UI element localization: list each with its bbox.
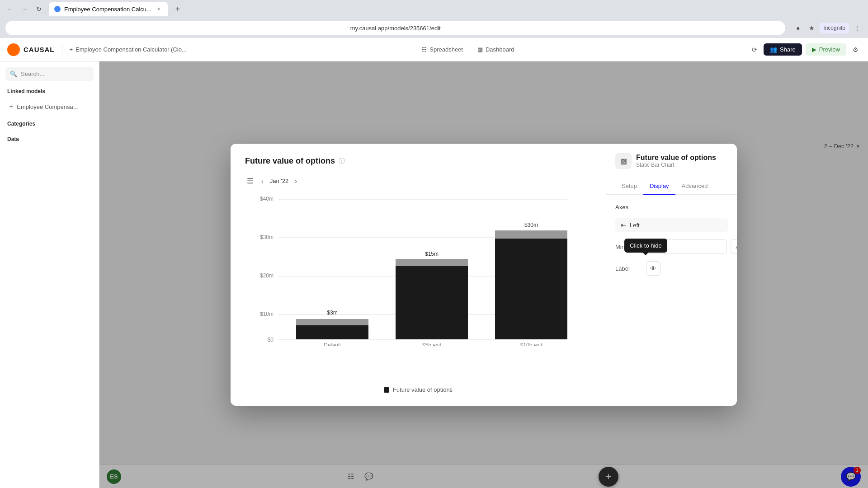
plus-icon: + [9, 103, 13, 111]
profile-icon[interactable]: Incognito [820, 23, 849, 33]
panel-title-area: Future value of options Static Bar Chart [636, 154, 716, 168]
bar-10b[interactable] [495, 238, 567, 339]
axis-left-icon: ⇤ [621, 221, 626, 229]
sidebar-item-employee[interactable]: + Employee Compensa... [5, 100, 94, 113]
min-max-row: Min/Max [615, 239, 728, 254]
canvas-area: 2 – Dec '22 ▼ Future value of options ⓘ … [99, 61, 868, 488]
legend-color [384, 387, 389, 393]
header-divider [62, 44, 62, 55]
axis-row: ⇤ Left [615, 218, 728, 232]
chart-prev-button[interactable]: ‹ [259, 176, 266, 187]
chart-panel: Future value of options ⓘ ☰ ‹ Jan '22 › [231, 144, 606, 406]
back-button[interactable]: ← [4, 3, 16, 15]
tab-title: Employee Compensation Calcu... [64, 6, 151, 13]
search-placeholder: Search... [21, 70, 44, 77]
chart-title-row: Future value of options ⓘ [245, 156, 591, 166]
right-panel: ▩ Future value of options Static Bar Cha… [606, 144, 737, 406]
spreadsheet-button[interactable]: ☷ Spreadsheet [416, 43, 468, 56]
plus-icon: + [70, 46, 73, 53]
panel-icon-row: ▩ Future value of options Static Bar Cha… [615, 153, 728, 169]
svg-text:$0: $0 [268, 337, 274, 343]
modal-overlay: Future value of options ⓘ ☰ ‹ Jan '22 › [99, 61, 868, 488]
tab-close-button[interactable]: × [155, 5, 162, 13]
tab-advanced[interactable]: Advanced [675, 178, 714, 195]
chart-svg: $40m $30m $20m $10m $0 [245, 192, 591, 346]
new-tab-button[interactable]: + [171, 3, 184, 15]
bar-default[interactable] [296, 324, 368, 339]
svg-text:$40m: $40m [260, 196, 274, 202]
app-container: CAUSAL + Employee Compensation Calculato… [0, 38, 868, 488]
chart-controls: ☰ ‹ Jan '22 › [245, 175, 591, 187]
preview-button[interactable]: ▶ Preview [806, 43, 846, 56]
tab-favicon [54, 6, 61, 12]
bar-5b[interactable] [396, 265, 468, 339]
nav-buttons: ← → ↻ [4, 3, 45, 15]
chart-legend: Future value of options [245, 386, 591, 393]
label-row: Label 👁 Click to hide [615, 261, 728, 276]
logo-icon [7, 43, 20, 56]
label-toggle-button[interactable]: 👁 [646, 261, 660, 276]
refresh-button[interactable]: ↻ [33, 3, 45, 15]
svg-text:$15m: $15m [425, 251, 439, 257]
logo-text: CAUSAL [24, 46, 55, 53]
info-icon[interactable]: ⓘ [339, 157, 345, 165]
panel-title: Future value of options [636, 154, 716, 162]
panel-chart-icon: ▩ [615, 153, 632, 169]
panel-tabs: Setup Display Advanced [606, 178, 737, 195]
menu-icon[interactable]: ⋮ [852, 23, 863, 33]
chart-period: Jan '22 [270, 178, 289, 184]
header-right: ⟳ 👥 Share ▶ Preview ⚙ [749, 43, 861, 56]
bookmark-icon[interactable]: ★ [806, 23, 817, 33]
svg-text:$10m: $10m [260, 311, 274, 317]
panel-content: Axes ⇤ Left Min/Max [606, 195, 737, 406]
toolbar-icons: ● ★ Incognito ⋮ [793, 23, 863, 33]
svg-text:$5b exit: $5b exit [422, 342, 442, 346]
model-name[interactable]: + Employee Compensation Calculator (Clo.… [70, 46, 187, 53]
address-text: my.causal.app/models/235661/edit [11, 25, 780, 32]
svg-rect-10 [296, 319, 368, 325]
sidebar: 🔍 Search... Linked models + Employee Com… [0, 61, 99, 488]
svg-rect-16 [495, 230, 567, 239]
dashboard-icon: ▩ [477, 46, 483, 53]
address-bar[interactable]: my.causal.app/models/235661/edit [5, 21, 785, 35]
svg-text:$30m: $30m [260, 234, 274, 240]
axis-name: Left [630, 222, 640, 229]
share-icon: 👥 [770, 46, 777, 53]
max-input[interactable] [731, 239, 737, 254]
label-field-label: Label [615, 265, 642, 272]
chart-menu-icon[interactable]: ☰ [245, 175, 255, 187]
chart-next-button[interactable]: › [292, 176, 300, 187]
dashboard-button[interactable]: ▩ Dashboard [472, 43, 520, 56]
extensions-icon[interactable]: ● [793, 23, 803, 33]
search-box[interactable]: 🔍 Search... [5, 67, 94, 81]
svg-text:Default: Default [324, 342, 341, 346]
sidebar-section-linked: Linked models [5, 84, 94, 96]
svg-text:$10b exit: $10b exit [520, 342, 542, 346]
logo-area: CAUSAL [7, 43, 55, 56]
search-icon: 🔍 [10, 70, 17, 77]
play-icon: ▶ [812, 46, 816, 53]
chart-title: Future value of options [245, 156, 335, 166]
svg-text:$20m: $20m [260, 272, 274, 279]
app-header: CAUSAL + Employee Compensation Calculato… [0, 38, 868, 61]
share-button[interactable]: 👥 Share [764, 43, 802, 56]
svg-text:$30m: $30m [524, 222, 538, 228]
eye-icon: 👁 [650, 265, 656, 272]
settings-icon[interactable]: ⚙ [850, 44, 861, 55]
history-icon[interactable]: ⟳ [749, 44, 760, 55]
sidebar-section-categories: Categories [5, 117, 94, 129]
browser-tab[interactable]: Employee Compensation Calcu... × [49, 2, 168, 16]
header-center: ☷ Spreadsheet ▩ Dashboard [194, 43, 742, 56]
sidebar-section-data: Data [5, 132, 94, 144]
axes-section-label: Axes [615, 204, 728, 211]
spreadsheet-icon: ☷ [421, 46, 427, 53]
chart-container: $40m $30m $20m $10m $0 [245, 192, 591, 381]
forward-button[interactable]: → [18, 3, 31, 15]
min-input[interactable] [641, 239, 727, 254]
browser-toolbar: my.causal.app/models/235661/edit ● ★ Inc… [0, 18, 868, 38]
tab-setup[interactable]: Setup [615, 178, 643, 195]
panel-header: ▩ Future value of options Static Bar Cha… [606, 144, 737, 171]
main-area: 🔍 Search... Linked models + Employee Com… [0, 61, 868, 488]
svg-rect-13 [396, 259, 468, 266]
tab-display[interactable]: Display [643, 178, 675, 195]
